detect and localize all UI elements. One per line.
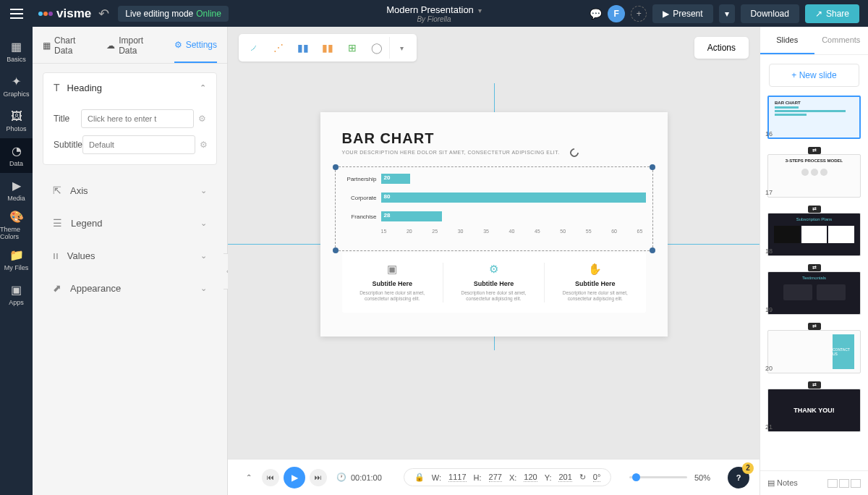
folder-icon: 📁 xyxy=(9,248,24,262)
chevron-down-icon[interactable]: ▾ xyxy=(478,7,482,14)
chart-type-donut[interactable]: ◯ xyxy=(365,37,389,59)
play-button[interactable]: ▶ xyxy=(284,467,305,488)
brand-logo[interactable]: visme xyxy=(38,7,91,21)
thumb-16[interactable]: BAR CHART xyxy=(767,96,861,139)
tab-settings[interactable]: ⚙Settings xyxy=(174,35,217,63)
chart-type-line[interactable]: ⟋ xyxy=(242,37,266,59)
thumb-17[interactable]: 3-STEPS PROCESS MODEL xyxy=(767,154,861,198)
nav-apps[interactable]: ▣Apps xyxy=(0,277,33,312)
slide-canvas[interactable]: BAR CHART YOUR DESCRIPTION HERE DOLOR SI… xyxy=(320,112,668,337)
new-slide-button[interactable]: + New slide xyxy=(769,64,859,87)
transition-icon[interactable]: ⇄ xyxy=(808,264,821,271)
section-axis[interactable]: ⇱Axis⌄ xyxy=(33,174,227,206)
transition-icon[interactable]: ⇄ xyxy=(808,147,821,154)
section-heading[interactable]: T Heading ⌃ xyxy=(43,73,216,102)
slide-title[interactable]: BAR CHART xyxy=(342,130,646,147)
time-display: 00:01:00 xyxy=(351,473,382,482)
canvas-area: ⟋ ⋰ ▮▮ ▮▮ ⊞ ◯ ▾ Actions BAR CHART YOUR D… xyxy=(228,27,760,495)
rotate-icon[interactable]: ↻ xyxy=(579,473,586,482)
values-icon: ıı xyxy=(53,250,59,261)
footer-cards[interactable]: ▣Subtitle HereDescription here dolor sit… xyxy=(342,253,646,313)
rotation-value[interactable]: 0° xyxy=(593,473,601,482)
nav-photos[interactable]: 🖼Photos xyxy=(0,103,33,138)
help-badge: 2 xyxy=(742,462,754,474)
cube-icon: ▣ xyxy=(352,263,433,276)
chevron-down-icon: ⌄ xyxy=(200,186,207,195)
basics-icon: ▦ xyxy=(11,40,22,54)
x-value[interactable]: 120 xyxy=(524,473,537,482)
edit-mode-badge[interactable]: Live editing mode Online xyxy=(118,6,229,22)
section-appearance[interactable]: ⬈Appearance⌄ xyxy=(33,271,227,304)
project-author: By Fiorella xyxy=(386,15,482,23)
thumb-18[interactable]: Subscription Plans xyxy=(767,213,861,256)
nav-theme-colors[interactable]: 🎨Theme Colors xyxy=(0,208,33,242)
right-rail: Slides Comments + New slide BAR CHART16 … xyxy=(760,27,868,495)
project-title-area[interactable]: Modern Presentation▾ By Fiorella xyxy=(386,4,482,23)
gear-icon: ⚙ xyxy=(454,263,534,276)
help-button[interactable]: ?2 xyxy=(728,467,749,488)
tab-comments[interactable]: Comments xyxy=(814,27,869,54)
avatar[interactable]: F xyxy=(608,5,625,22)
view-list-icon[interactable] xyxy=(851,479,861,488)
chart-type-more[interactable]: ▾ xyxy=(389,37,414,59)
transition-icon[interactable]: ⇄ xyxy=(808,381,821,389)
prev-button[interactable]: ⏮ xyxy=(262,469,279,486)
apps-icon: ▣ xyxy=(11,283,22,297)
zoom-slider[interactable] xyxy=(629,476,687,478)
section-legend[interactable]: ☰Legend⌄ xyxy=(33,206,227,239)
settings-panel: ▦Chart Data ☁Import Data ⚙Settings T Hea… xyxy=(33,27,228,495)
chart-type-scatter[interactable]: ⋰ xyxy=(266,37,291,59)
next-button[interactable]: ⏭ xyxy=(310,469,327,486)
palette-icon: 🎨 xyxy=(9,210,24,224)
undo-icon[interactable]: ↶ xyxy=(98,6,109,22)
view-grid-icon[interactable] xyxy=(839,479,849,488)
nav-my-files[interactable]: 📁My Files xyxy=(0,242,33,277)
slide-thumbnails[interactable]: BAR CHART16 ⇄3-STEPS PROCESS MODEL17 ⇄Su… xyxy=(760,96,868,470)
chart-selection[interactable]: Partnership20 Corporate80 Franchise28 15… xyxy=(342,169,646,234)
chart-type-bar[interactable]: ▮▮ xyxy=(291,37,315,59)
thumb-20[interactable]: CONTACT US xyxy=(767,330,861,373)
actions-button[interactable]: Actions xyxy=(694,37,749,59)
share-button[interactable]: ↗ Share xyxy=(805,4,859,23)
dimensions-bar[interactable]: 🔒 W:1117 H:277 X:120 Y:201 ↻0° xyxy=(404,468,612,486)
thumb-21[interactable]: THANK YOU! xyxy=(767,389,861,432)
add-collaborator-button[interactable]: + xyxy=(631,6,647,22)
menu-button[interactable] xyxy=(0,0,33,27)
graphics-icon: ✦ xyxy=(12,75,21,88)
title-gear-icon[interactable]: ⚙ xyxy=(198,114,206,124)
clock-icon: 🕐 xyxy=(336,473,346,482)
chat-icon[interactable]: 💬 xyxy=(590,8,602,20)
notes-button[interactable]: ▤ Notes xyxy=(767,478,798,488)
chart-type-stacked[interactable]: ⊞ xyxy=(340,37,365,59)
tab-import-data[interactable]: ☁Import Data xyxy=(106,35,161,63)
title-input[interactable] xyxy=(81,109,194,128)
present-button[interactable]: ▶ Present xyxy=(652,4,712,23)
nav-data[interactable]: ◔Data xyxy=(0,138,33,173)
nav-basics[interactable]: ▦Basics xyxy=(0,34,33,69)
width-value[interactable]: 1117 xyxy=(448,473,466,482)
download-button[interactable]: Download xyxy=(741,4,799,23)
tab-chart-data[interactable]: ▦Chart Data xyxy=(43,35,93,63)
nav-graphics[interactable]: ✦Graphics xyxy=(0,69,33,103)
zoom-value[interactable]: 50% xyxy=(694,473,710,482)
tab-slides[interactable]: Slides xyxy=(760,27,814,54)
nav-media[interactable]: ▶Media xyxy=(0,173,33,208)
chevron-down-icon: ⌄ xyxy=(200,251,207,261)
media-icon: ▶ xyxy=(12,179,21,192)
view-single-icon[interactable] xyxy=(827,479,838,488)
subtitle-gear-icon[interactable]: ⚙ xyxy=(200,140,208,150)
chart-type-bar-grouped[interactable]: ▮▮ xyxy=(315,37,340,59)
subtitle-input[interactable] xyxy=(82,135,195,154)
transition-icon[interactable]: ⇄ xyxy=(808,206,821,213)
chart-type-toolbar: ⟋ ⋰ ▮▮ ▮▮ ⊞ ◯ ▾ xyxy=(239,34,417,62)
y-value[interactable]: 201 xyxy=(558,473,571,482)
section-values[interactable]: ııValues⌄ xyxy=(33,239,227,271)
present-dropdown[interactable]: ▾ xyxy=(719,4,735,23)
collapse-up-icon[interactable]: ⌃ xyxy=(240,469,258,486)
lock-icon[interactable]: 🔒 xyxy=(414,473,425,482)
refresh-icon[interactable] xyxy=(568,147,580,159)
transition-icon[interactable]: ⇄ xyxy=(808,323,821,330)
height-value[interactable]: 277 xyxy=(489,473,502,482)
thumb-19[interactable]: Testimonials xyxy=(767,271,861,315)
slide-description[interactable]: YOUR DESCRIPTION HERE DOLOR SIT AMET, CO… xyxy=(342,150,646,155)
